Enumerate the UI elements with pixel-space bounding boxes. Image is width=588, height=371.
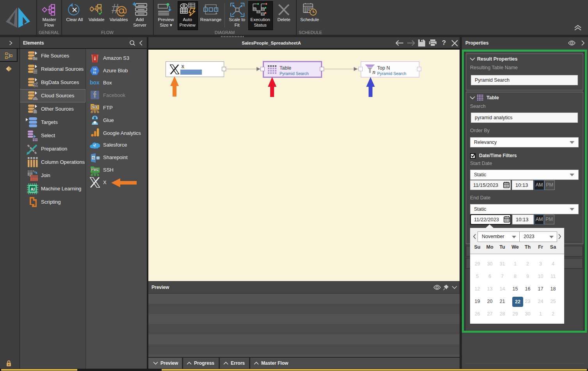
svg-text:01: 01: [93, 71, 96, 74]
svg-text:AI: AI: [30, 187, 35, 192]
svg-text:n: n: [372, 69, 375, 74]
svg-text:FTP: FTP: [93, 106, 97, 108]
svg-text:sf: sf: [93, 143, 96, 147]
svg-text:SFTP: SFTP: [92, 168, 98, 171]
svg-text:S: S: [92, 156, 94, 160]
